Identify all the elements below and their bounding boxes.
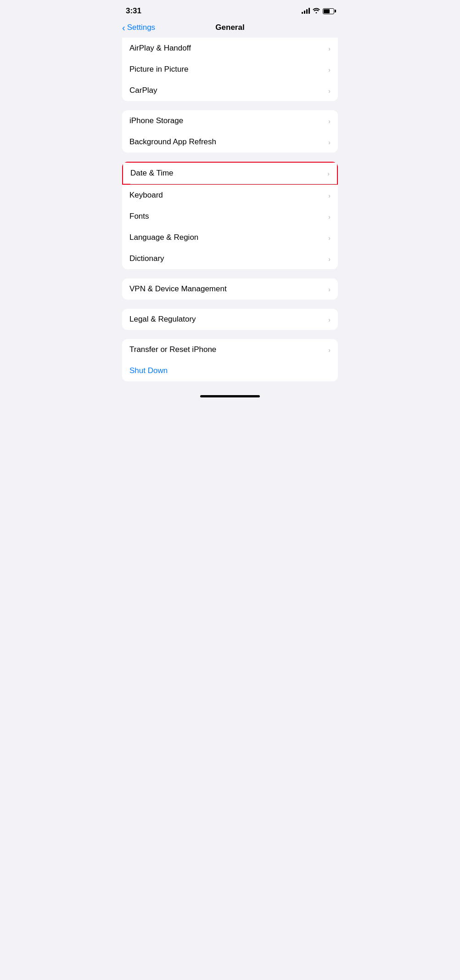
chevron-icon: ›	[328, 316, 331, 323]
date-time-label: Date & Time	[130, 169, 174, 178]
legal-regulatory-label: Legal & Regulatory	[129, 315, 196, 324]
dictionary-label: Dictionary	[129, 254, 164, 263]
date-time-item[interactable]: Date & Time ›	[122, 162, 338, 185]
chevron-icon: ›	[328, 87, 331, 95]
chevron-icon: ›	[328, 192, 331, 199]
chevron-icon: ›	[327, 170, 330, 177]
settings-group-2: iPhone Storage › Background App Refresh …	[122, 110, 338, 153]
battery-icon	[323, 8, 334, 14]
status-icons	[302, 7, 334, 15]
transfer-reset-iphone-label: Transfer or Reset iPhone	[129, 345, 216, 354]
chevron-icon: ›	[328, 66, 331, 74]
nav-header: ‹ Settings General	[115, 19, 345, 38]
chevron-icon: ›	[328, 213, 331, 221]
vpn-device-management-label: VPN & Device Management	[129, 284, 227, 294]
iphone-storage-label: iPhone Storage	[129, 116, 183, 125]
back-button[interactable]: ‹ Settings	[122, 23, 155, 32]
fonts-label: Fonts	[129, 212, 149, 221]
home-bar	[200, 395, 260, 397]
page-title: General	[215, 23, 244, 32]
shut-down-label: Shut Down	[129, 366, 168, 375]
background-app-refresh-label: Background App Refresh	[129, 137, 216, 147]
home-indicator	[115, 391, 345, 401]
fonts-item[interactable]: Fonts ›	[122, 206, 338, 227]
transfer-reset-iphone-item[interactable]: Transfer or Reset iPhone ›	[122, 339, 338, 360]
status-bar: 3:31	[115, 0, 345, 19]
carplay-item[interactable]: CarPlay ›	[122, 80, 338, 101]
chevron-icon: ›	[328, 346, 331, 354]
language-region-label: Language & Region	[129, 233, 198, 242]
chevron-icon: ›	[328, 45, 331, 52]
settings-group-5: Legal & Regulatory ›	[122, 309, 338, 330]
back-chevron-icon: ‹	[122, 23, 125, 32]
settings-group-1: AirPlay & Handoff › Picture in Picture ›…	[122, 38, 338, 101]
settings-group-3: Date & Time › Keyboard › Fonts › Languag…	[122, 162, 338, 269]
airplay-handoff-label: AirPlay & Handoff	[129, 44, 191, 53]
wifi-icon	[313, 7, 320, 15]
chevron-icon: ›	[328, 285, 331, 293]
picture-in-picture-item[interactable]: Picture in Picture ›	[122, 59, 338, 80]
dictionary-item[interactable]: Dictionary ›	[122, 248, 338, 269]
settings-group-4: VPN & Device Management ›	[122, 278, 338, 300]
settings-group-6: Transfer or Reset iPhone › Shut Down	[122, 339, 338, 381]
vpn-device-management-item[interactable]: VPN & Device Management ›	[122, 278, 338, 300]
airplay-handoff-item[interactable]: AirPlay & Handoff ›	[122, 38, 338, 59]
keyboard-label: Keyboard	[129, 191, 163, 200]
status-time: 3:31	[126, 6, 141, 16]
shut-down-item[interactable]: Shut Down	[122, 360, 338, 381]
legal-regulatory-item[interactable]: Legal & Regulatory ›	[122, 309, 338, 330]
background-app-refresh-item[interactable]: Background App Refresh ›	[122, 131, 338, 153]
picture-in-picture-label: Picture in Picture	[129, 65, 189, 74]
chevron-icon: ›	[328, 138, 331, 146]
iphone-storage-item[interactable]: iPhone Storage ›	[122, 110, 338, 131]
signal-icon	[302, 8, 310, 14]
chevron-icon: ›	[328, 255, 331, 263]
keyboard-item[interactable]: Keyboard ›	[122, 185, 338, 206]
chevron-icon: ›	[328, 117, 331, 125]
settings-content: AirPlay & Handoff › Picture in Picture ›…	[115, 38, 345, 381]
back-label: Settings	[127, 23, 155, 32]
chevron-icon: ›	[328, 234, 331, 242]
language-region-item[interactable]: Language & Region ›	[122, 227, 338, 248]
carplay-label: CarPlay	[129, 86, 157, 95]
